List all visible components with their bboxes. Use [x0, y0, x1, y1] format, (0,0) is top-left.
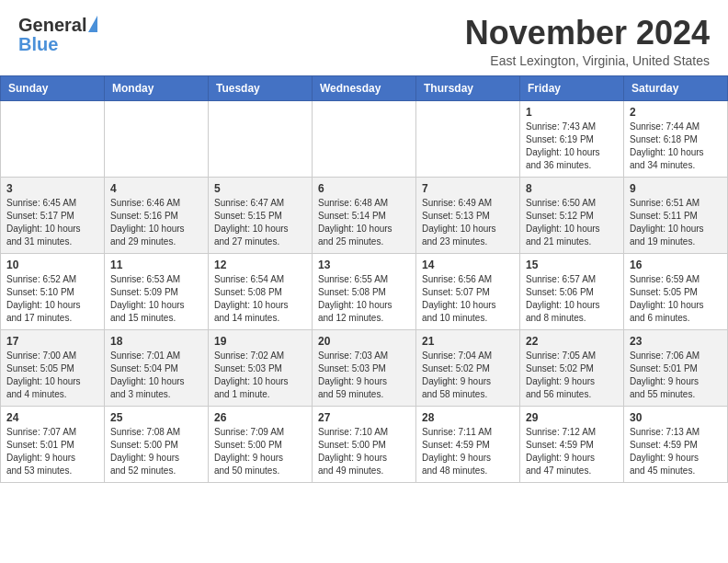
day-info: Sunrise: 6:46 AM Sunset: 5:16 PM Dayligh… — [110, 197, 202, 248]
day-number: 14 — [422, 259, 514, 271]
calendar-cell: 1Sunrise: 7:43 AM Sunset: 6:19 PM Daylig… — [520, 100, 624, 177]
logo-blue-text: Blue — [18, 34, 97, 55]
day-number: 5 — [214, 182, 306, 195]
calendar-cell: 26Sunrise: 7:09 AM Sunset: 5:00 PM Dayli… — [209, 406, 313, 482]
logo: General Blue — [18, 15, 97, 55]
calendar-cell — [1, 100, 105, 177]
calendar-cell — [209, 100, 313, 177]
day-info: Sunrise: 6:57 AM Sunset: 5:06 PM Dayligh… — [526, 273, 618, 325]
calendar-cell: 8Sunrise: 6:50 AM Sunset: 5:12 PM Daylig… — [520, 177, 624, 253]
day-info: Sunrise: 7:02 AM Sunset: 5:03 PM Dayligh… — [214, 350, 306, 401]
day-number: 18 — [110, 335, 202, 348]
calendar-cell: 20Sunrise: 7:03 AM Sunset: 5:03 PM Dayli… — [313, 329, 416, 406]
day-of-week-header: Saturday — [624, 75, 728, 100]
day-number: 22 — [526, 335, 618, 348]
day-number: 1 — [526, 106, 618, 119]
day-number: 11 — [110, 259, 202, 271]
day-info: Sunrise: 7:10 AM Sunset: 5:00 PM Dayligh… — [318, 426, 410, 477]
day-info: Sunrise: 6:48 AM Sunset: 5:14 PM Dayligh… — [318, 197, 410, 248]
calendar: SundayMondayTuesdayWednesdayThursdayFrid… — [0, 75, 728, 483]
day-info: Sunrise: 7:01 AM Sunset: 5:04 PM Dayligh… — [110, 350, 202, 401]
day-info: Sunrise: 6:52 AM Sunset: 5:10 PM Dayligh… — [6, 273, 98, 325]
day-info: Sunrise: 6:59 AM Sunset: 5:05 PM Dayligh… — [630, 273, 722, 325]
day-number: 4 — [110, 182, 202, 195]
calendar-cell: 30Sunrise: 7:13 AM Sunset: 4:59 PM Dayli… — [624, 406, 728, 482]
day-number: 23 — [630, 335, 722, 348]
day-info: Sunrise: 7:13 AM Sunset: 4:59 PM Dayligh… — [630, 426, 722, 477]
calendar-cell: 25Sunrise: 7:08 AM Sunset: 5:00 PM Dayli… — [105, 406, 209, 482]
day-number: 3 — [6, 182, 98, 195]
day-number: 30 — [630, 411, 722, 424]
day-of-week-header: Wednesday — [313, 75, 416, 100]
day-number: 26 — [214, 411, 306, 424]
day-number: 28 — [422, 411, 514, 424]
day-of-week-header: Thursday — [416, 75, 520, 100]
day-info: Sunrise: 7:44 AM Sunset: 6:18 PM Dayligh… — [630, 121, 722, 172]
calendar-cell: 4Sunrise: 6:46 AM Sunset: 5:16 PM Daylig… — [105, 177, 209, 253]
day-info: Sunrise: 7:04 AM Sunset: 5:02 PM Dayligh… — [422, 350, 514, 401]
calendar-cell: 15Sunrise: 6:57 AM Sunset: 5:06 PM Dayli… — [520, 253, 624, 329]
day-info: Sunrise: 6:53 AM Sunset: 5:09 PM Dayligh… — [110, 273, 202, 325]
calendar-cell: 14Sunrise: 6:56 AM Sunset: 5:07 PM Dayli… — [416, 253, 520, 329]
day-info: Sunrise: 6:47 AM Sunset: 5:15 PM Dayligh… — [214, 197, 306, 248]
day-info: Sunrise: 6:56 AM Sunset: 5:07 PM Dayligh… — [422, 273, 514, 325]
calendar-cell: 10Sunrise: 6:52 AM Sunset: 5:10 PM Dayli… — [1, 253, 105, 329]
day-info: Sunrise: 7:03 AM Sunset: 5:03 PM Dayligh… — [318, 350, 410, 401]
month-title: November 2024 — [465, 15, 710, 52]
calendar-cell: 27Sunrise: 7:10 AM Sunset: 5:00 PM Dayli… — [313, 406, 416, 482]
day-info: Sunrise: 6:49 AM Sunset: 5:13 PM Dayligh… — [422, 197, 514, 248]
day-info: Sunrise: 7:00 AM Sunset: 5:05 PM Dayligh… — [6, 350, 98, 401]
day-info: Sunrise: 7:08 AM Sunset: 5:00 PM Dayligh… — [110, 426, 202, 477]
day-info: Sunrise: 7:06 AM Sunset: 5:01 PM Dayligh… — [630, 350, 722, 401]
day-number: 12 — [214, 259, 306, 271]
day-info: Sunrise: 6:50 AM Sunset: 5:12 PM Dayligh… — [526, 197, 618, 248]
day-number: 17 — [6, 335, 98, 348]
calendar-cell: 17Sunrise: 7:00 AM Sunset: 5:05 PM Dayli… — [1, 329, 105, 406]
calendar-cell: 24Sunrise: 7:07 AM Sunset: 5:01 PM Dayli… — [1, 406, 105, 482]
calendar-cell: 7Sunrise: 6:49 AM Sunset: 5:13 PM Daylig… — [416, 177, 520, 253]
calendar-cell: 21Sunrise: 7:04 AM Sunset: 5:02 PM Dayli… — [416, 329, 520, 406]
calendar-cell: 19Sunrise: 7:02 AM Sunset: 5:03 PM Dayli… — [209, 329, 313, 406]
logo-general-text: General — [18, 15, 86, 36]
day-info: Sunrise: 6:55 AM Sunset: 5:08 PM Dayligh… — [318, 273, 410, 325]
day-info: Sunrise: 7:43 AM Sunset: 6:19 PM Dayligh… — [526, 121, 618, 172]
calendar-cell: 28Sunrise: 7:11 AM Sunset: 4:59 PM Dayli… — [416, 406, 520, 482]
calendar-cell: 6Sunrise: 6:48 AM Sunset: 5:14 PM Daylig… — [313, 177, 416, 253]
day-info: Sunrise: 7:07 AM Sunset: 5:01 PM Dayligh… — [6, 426, 98, 477]
calendar-cell: 23Sunrise: 7:06 AM Sunset: 5:01 PM Dayli… — [624, 329, 728, 406]
day-info: Sunrise: 7:09 AM Sunset: 5:00 PM Dayligh… — [214, 426, 306, 477]
day-of-week-header: Monday — [105, 75, 209, 100]
day-number: 16 — [630, 259, 722, 271]
calendar-cell: 16Sunrise: 6:59 AM Sunset: 5:05 PM Dayli… — [624, 253, 728, 329]
calendar-cell: 18Sunrise: 7:01 AM Sunset: 5:04 PM Dayli… — [105, 329, 209, 406]
day-info: Sunrise: 7:12 AM Sunset: 4:59 PM Dayligh… — [526, 426, 618, 477]
calendar-cell: 22Sunrise: 7:05 AM Sunset: 5:02 PM Dayli… — [520, 329, 624, 406]
day-number: 24 — [6, 411, 98, 424]
day-number: 7 — [422, 182, 514, 195]
calendar-cell — [416, 100, 520, 177]
location: East Lexington, Virginia, United States — [465, 53, 710, 68]
day-of-week-header: Friday — [520, 75, 624, 100]
day-info: Sunrise: 6:51 AM Sunset: 5:11 PM Dayligh… — [630, 197, 722, 248]
day-info: Sunrise: 6:54 AM Sunset: 5:08 PM Dayligh… — [214, 273, 306, 325]
calendar-cell: 3Sunrise: 6:45 AM Sunset: 5:17 PM Daylig… — [1, 177, 105, 253]
calendar-cell: 13Sunrise: 6:55 AM Sunset: 5:08 PM Dayli… — [313, 253, 416, 329]
day-number: 20 — [318, 335, 410, 348]
day-number: 25 — [110, 411, 202, 424]
title-block: November 2024 East Lexington, Virginia, … — [465, 15, 710, 68]
day-number: 15 — [526, 259, 618, 271]
day-info: Sunrise: 7:05 AM Sunset: 5:02 PM Dayligh… — [526, 350, 618, 401]
day-number: 21 — [422, 335, 514, 348]
calendar-cell — [105, 100, 209, 177]
calendar-cell: 29Sunrise: 7:12 AM Sunset: 4:59 PM Dayli… — [520, 406, 624, 482]
calendar-cell: 12Sunrise: 6:54 AM Sunset: 5:08 PM Dayli… — [209, 253, 313, 329]
day-number: 27 — [318, 411, 410, 424]
calendar-cell: 9Sunrise: 6:51 AM Sunset: 5:11 PM Daylig… — [624, 177, 728, 253]
calendar-cell: 2Sunrise: 7:44 AM Sunset: 6:18 PM Daylig… — [624, 100, 728, 177]
day-info: Sunrise: 7:11 AM Sunset: 4:59 PM Dayligh… — [422, 426, 514, 477]
day-number: 19 — [214, 335, 306, 348]
calendar-cell: 5Sunrise: 6:47 AM Sunset: 5:15 PM Daylig… — [209, 177, 313, 253]
day-of-week-header: Sunday — [1, 75, 105, 100]
day-number: 8 — [526, 182, 618, 195]
header: General Blue November 2024 East Lexingto… — [0, 0, 728, 75]
